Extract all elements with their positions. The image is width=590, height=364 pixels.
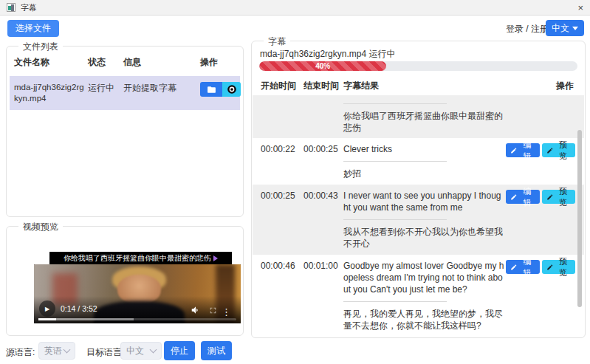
col-actions: 操作 <box>200 56 236 69</box>
start-time: 00:00:46 <box>261 260 302 271</box>
progress-label: 40% <box>315 62 330 70</box>
divider <box>343 161 447 162</box>
edit-label: 编辑 <box>520 256 535 278</box>
start-time: 00:00:25 <box>261 190 302 201</box>
divider <box>343 301 447 302</box>
pencil-icon <box>510 193 518 201</box>
source-language-value: 英语 <box>44 345 62 357</box>
pencil-icon <box>510 147 518 154</box>
end-time: 00:00:25 <box>303 143 342 154</box>
pencil-icon <box>546 147 554 154</box>
video-subtitle-text: 你给我唱了西班牙摇篮曲你眼中最甜蜜的悲伤 <box>64 253 211 264</box>
col-result: 字幕结果 <box>343 80 519 92</box>
target-language-select[interactable]: 中文 <box>120 342 162 360</box>
progress-fill: 40% <box>259 61 386 71</box>
divider <box>343 103 447 104</box>
stop-button[interactable]: 停止 <box>164 341 195 360</box>
col-start-time: 开始时间 <box>261 80 302 92</box>
source-language-select[interactable]: 英语 <box>38 342 75 360</box>
divider <box>343 219 447 220</box>
subtitle-translation: 我从不想看到你不开心我以为你也希望我不开心 <box>343 226 504 250</box>
app-icon <box>7 3 16 12</box>
subtitles-legend: 字幕 <box>264 35 290 48</box>
watermark-icon <box>213 255 218 261</box>
edit-label: 编辑 <box>520 140 535 162</box>
video-progress-bar[interactable] <box>38 318 236 320</box>
subtitle-rows-viewport: 你给我唱了西班牙摇篮曲你眼中最甜蜜的悲伤 00:00:22 00:00:25 C… <box>253 95 584 336</box>
col-status: 状态 <box>88 56 120 69</box>
col-end-time: 结束时间 <box>303 80 342 92</box>
preview-label: 预览 <box>555 140 571 162</box>
subtitle-row: 00:00:46 00:01:00 Goodbye my almost love… <box>253 255 584 336</box>
subtitle-row: 00:00:25 00:00:43 I never want to see yo… <box>253 185 584 255</box>
pencil-icon <box>510 264 518 271</box>
video-frame: ▶ 0:14 / 3:52 ⋮ <box>34 264 241 323</box>
chevron-down-icon <box>150 346 157 353</box>
col-file-name: 文件名称 <box>14 56 85 69</box>
file-status: 运行中 <box>88 82 120 95</box>
video-preview-legend: 视频预览 <box>18 221 63 233</box>
pencil-icon <box>546 264 554 271</box>
window-title: 字幕 <box>21 2 37 13</box>
file-list-panel: 文件列表 文件名称 状态 信息 操作 mda-jj7qh36zig2rgkyn.… <box>6 46 244 217</box>
preview-button[interactable]: 预览 <box>542 260 576 274</box>
preview-label: 预览 <box>555 186 571 208</box>
chevron-down-icon <box>64 346 71 353</box>
language-menu-button[interactable]: 中文 <box>546 20 584 36</box>
folder-icon <box>207 85 216 95</box>
preview-button[interactable]: 预览 <box>542 143 576 157</box>
play-button[interactable]: ▶ <box>39 301 55 317</box>
close-icon[interactable]: × <box>577 3 583 13</box>
edit-button[interactable]: 编辑 <box>506 143 540 157</box>
subtitle-original: Clever tricks <box>343 143 504 155</box>
chevron-down-icon <box>572 27 578 30</box>
subtitle-translation: 妙招 <box>343 168 504 179</box>
target-language-value: 中文 <box>126 345 144 357</box>
edit-button[interactable]: 编辑 <box>506 190 540 204</box>
video-subtitle-overlay: 你给我唱了西班牙摇篮曲你眼中最甜蜜的悲伤 <box>49 252 232 264</box>
preview-label: 预览 <box>555 256 571 278</box>
open-folder-button[interactable] <box>200 82 222 97</box>
window-titlebar: 字幕 × <box>0 0 590 16</box>
stop-record-icon <box>227 84 237 95</box>
stop-task-button[interactable] <box>222 82 241 97</box>
video-player[interactable]: 你给我唱了西班牙摇篮曲你眼中最甜蜜的悲伤 ▶ 0:14 / 3:52 ⋮ <box>34 250 241 323</box>
video-time: 0:14 / 3:52 <box>61 304 97 313</box>
subtitle-row: 00:00:22 00:00:25 Clever tricks 妙招 编辑 预览 <box>253 138 584 185</box>
file-name: mda-jj7qh36zig2rgkyn.mp4 <box>14 82 85 104</box>
preview-button[interactable]: 预览 <box>542 190 576 204</box>
subtitles-panel: 字幕 mda-jj7qh36zig2rgkyn.mp4 运行中 40% 开始时间… <box>251 41 586 338</box>
subtitle-row-partial: 你给我唱了西班牙摇篮曲你眼中最甜蜜的悲伤 <box>253 95 584 138</box>
start-time: 00:00:22 <box>261 143 302 154</box>
extraction-progress-bar: 40% <box>259 61 577 71</box>
file-info: 开始提取字幕 <box>123 82 197 95</box>
subtitle-translation: 你给我唱了西班牙摇篮曲你眼中最甜蜜的悲伤 <box>343 110 504 134</box>
target-language-label: 目标语言: <box>86 346 124 359</box>
subtitle-translation: 再见，我的爱人再见，我绝望的梦，我尽量不去想你，你就不能让我这样吗? <box>343 308 504 332</box>
end-time: 00:01:00 <box>303 260 342 271</box>
language-menu-label: 中文 <box>552 22 569 35</box>
col-info: 信息 <box>123 56 197 69</box>
file-list-legend: 文件列表 <box>18 41 63 53</box>
source-language-label: 源语言: <box>6 346 35 359</box>
file-row[interactable]: mda-jj7qh36zig2rgkyn.mp4 运行中 开始提取字幕 <box>10 76 240 110</box>
video-played <box>38 318 56 320</box>
end-time: 00:00:43 <box>303 190 342 201</box>
edit-label: 编辑 <box>520 186 535 208</box>
scrollbar-thumb[interactable] <box>577 130 582 307</box>
fullscreen-icon[interactable] <box>208 306 218 315</box>
login-register-link[interactable]: 登录 / 注册 <box>506 23 549 35</box>
more-options-icon[interactable]: ⋮ <box>222 307 231 317</box>
subtitle-file-status: mda-jj7qh36zig2rgkyn.mp4 运行中 <box>260 48 395 61</box>
test-button[interactable]: 测试 <box>201 341 232 360</box>
pencil-icon <box>546 193 554 201</box>
edit-button[interactable]: 编辑 <box>506 260 540 274</box>
select-file-button[interactable]: 选择文件 <box>7 20 59 37</box>
volume-icon[interactable] <box>191 305 201 315</box>
col-operation: 操作 <box>521 80 574 92</box>
video-preview-panel: 视频预览 你给我唱了西班牙摇篮曲你眼中最甜蜜的悲伤 ▶ 0:14 / 3:52 … <box>6 226 244 336</box>
subtitle-original: Goodbye my almost lover Goodbye my hopel… <box>343 260 504 295</box>
subtitle-original: I never want to see you unhappy I though… <box>343 190 504 213</box>
